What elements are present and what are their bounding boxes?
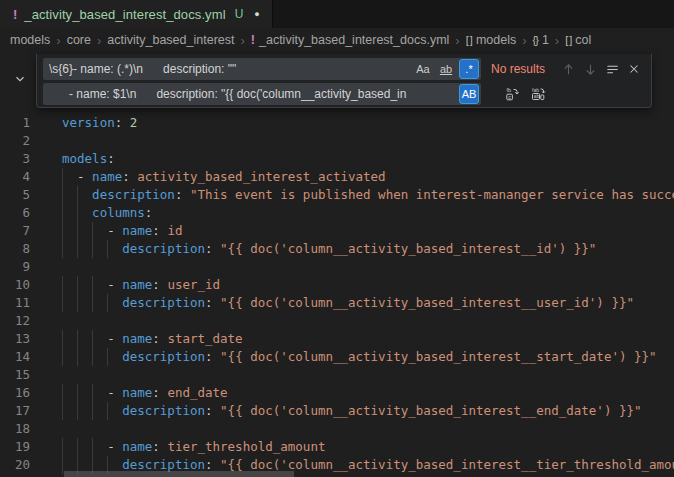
selection-lines-icon	[605, 62, 620, 77]
breadcrumb-label: models	[10, 33, 50, 47]
replace-button[interactable]: fb c	[501, 83, 523, 105]
code-line[interactable]: 8 description: "{{ doc('column__activity…	[0, 240, 674, 258]
horizontal-scrollbar[interactable]	[64, 471, 294, 477]
svg-text:ab: ab	[534, 93, 540, 99]
code-token: name	[122, 223, 152, 238]
line-number: 11	[0, 294, 30, 312]
code-line[interactable]: 6 columns:	[0, 204, 674, 222]
breadcrumb-item[interactable]: models	[10, 33, 50, 47]
code-line-content: description: "{{ doc('column__activity_b…	[62, 294, 634, 312]
code-token: description	[122, 403, 205, 418]
code-line[interactable]: 12	[0, 312, 674, 330]
code-line[interactable]: 15	[0, 366, 674, 384]
line-number: 3	[0, 150, 30, 168]
code-token: description	[92, 187, 175, 202]
line-number: 13	[0, 330, 30, 348]
indent-guide	[62, 240, 63, 258]
toggle-replace-button[interactable]	[11, 70, 29, 92]
code-line[interactable]: 18	[0, 420, 674, 438]
code-token: name	[122, 439, 152, 454]
breadcrumb-separator-icon: ›	[240, 33, 244, 48]
line-number: 19	[0, 438, 30, 456]
code-token: :	[152, 439, 167, 454]
match-case-button[interactable]: Aa	[413, 59, 433, 79]
code-token: start_date	[167, 331, 242, 346]
next-match-button[interactable]	[579, 58, 601, 80]
code-line[interactable]: 2	[0, 132, 674, 150]
code-area[interactable]: 1version: 223models:4 - name: activity_b…	[0, 114, 674, 474]
indent-guide	[77, 402, 78, 420]
breadcrumb-item[interactable]: [ ]col	[565, 33, 591, 47]
code-line[interactable]: 16 - name: end_date	[0, 384, 674, 402]
breadcrumb-label: _activity_based_interest_docs.yml	[259, 33, 449, 47]
line-number: 15	[0, 366, 30, 384]
array-icon: [ ]	[565, 34, 571, 46]
replace-row: AB fb c fab a	[43, 83, 645, 105]
arrow-up-icon	[561, 62, 576, 77]
breadcrumb-item[interactable]: core	[67, 33, 91, 47]
code-token: name	[122, 331, 152, 346]
indent-guide	[107, 240, 108, 258]
indent-guide	[107, 402, 108, 420]
code-line[interactable]: 19 - name: tier_threshold_amount	[0, 438, 674, 456]
code-line[interactable]: 11 description: "{{ doc('column__activit…	[0, 294, 674, 312]
tab-activity-based-interest-docs[interactable]: ! _activity_based_interest_docs.yml U ●	[0, 0, 273, 28]
modified-dot-icon[interactable]: ●	[254, 9, 259, 19]
breadcrumb-label: activity_based_interest	[107, 33, 234, 47]
line-number: 20	[0, 456, 30, 474]
breadcrumb-item[interactable]: !_activity_based_interest_docs.yml	[251, 33, 450, 47]
code-line[interactable]: 7 - name: id	[0, 222, 674, 240]
whole-word-button[interactable]: ab	[436, 59, 456, 79]
previous-match-button[interactable]	[557, 58, 579, 80]
tab-bar: ! _activity_based_interest_docs.yml U ●	[0, 0, 674, 28]
editor[interactable]: 1version: 223models:4 - name: activity_b…	[0, 52, 674, 477]
replace-input[interactable]	[43, 83, 455, 105]
code-line-content: - name: activity_based_interest_activate…	[62, 168, 386, 186]
indent-guide	[62, 438, 63, 456]
breadcrumb-separator-icon: ›	[56, 33, 60, 48]
line-number: 5	[0, 186, 30, 204]
code-line[interactable]: 5 description: "This event is published …	[0, 186, 674, 204]
indent-guide	[62, 204, 63, 222]
code-line[interactable]: 13 - name: start_date	[0, 330, 674, 348]
indent-guide	[62, 186, 63, 204]
code-token: :	[152, 223, 167, 238]
code-line[interactable]: 17 description: "{{ doc('column__activit…	[0, 402, 674, 420]
indent-guide	[77, 348, 78, 366]
code-line-content: - name: end_date	[62, 384, 228, 402]
code-token: :	[152, 385, 167, 400]
code-token: :	[115, 115, 130, 130]
code-token: :	[205, 241, 220, 256]
code-line[interactable]: 9	[0, 258, 674, 276]
find-input-box: Aa ab .*	[43, 58, 481, 80]
code-line-content: - name: id	[62, 222, 182, 240]
line-number: 6	[0, 204, 30, 222]
breadcrumb-item[interactable]: [ ]models	[466, 33, 516, 47]
code-line-content: description: "{{ doc('column__activity_b…	[62, 402, 642, 420]
code-line[interactable]: 10 - name: user_id	[0, 276, 674, 294]
code-line[interactable]: 1version: 2	[0, 114, 674, 132]
code-token: "This event is published when interest-m…	[190, 187, 674, 202]
find-in-selection-button[interactable]	[601, 58, 623, 80]
find-replace-widget: Aa ab .* No results AB	[36, 54, 652, 108]
vscode-window: ! _activity_based_interest_docs.yml U ● …	[0, 0, 674, 477]
indent-guide	[92, 222, 93, 240]
breadcrumb-item[interactable]: activity_based_interest	[107, 33, 234, 47]
replace-all-button[interactable]: fab ab	[527, 83, 549, 105]
code-token: :	[175, 187, 190, 202]
code-line-content: columns:	[62, 204, 152, 222]
code-line[interactable]: 14 description: "{{ doc('column__activit…	[0, 348, 674, 366]
breadcrumb-item[interactable]: {}1	[533, 33, 549, 47]
preserve-case-button[interactable]: AB	[459, 84, 479, 104]
code-line[interactable]: 4 - name: activity_based_interest_activa…	[0, 168, 674, 186]
regex-button[interactable]: .*	[459, 59, 479, 79]
code-token: activity_based_interest_activated	[137, 169, 385, 184]
code-line[interactable]: 3models:	[0, 150, 674, 168]
find-input[interactable]	[43, 58, 411, 80]
code-token: -	[62, 169, 92, 184]
line-number: 10	[0, 276, 30, 294]
indent-guide	[107, 348, 108, 366]
code-token: description	[122, 457, 205, 472]
close-button[interactable]	[623, 58, 645, 80]
breadcrumb-separator-icon: ›	[97, 33, 101, 48]
